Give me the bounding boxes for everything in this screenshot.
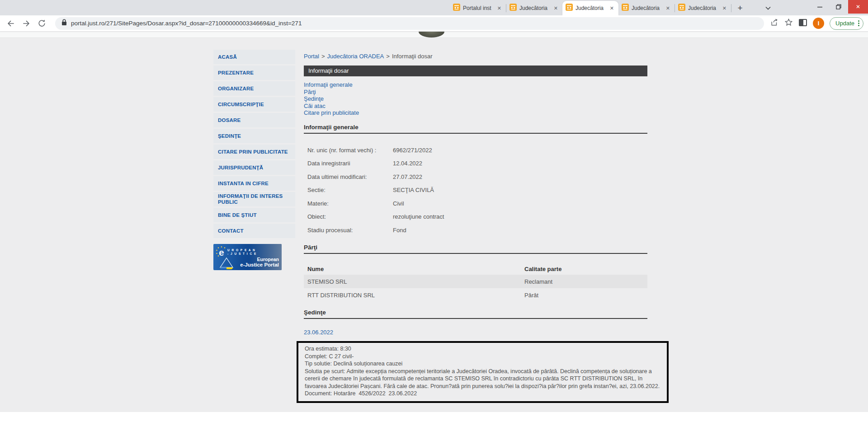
tab-close-icon[interactable]: ✕ — [552, 5, 559, 12]
field-row: Stadiu procesual:Fond — [304, 224, 647, 237]
sidebar-item-acasa[interactable]: ACASĂ — [213, 50, 295, 64]
sidebar-item-dosare[interactable]: DOSARE — [213, 113, 295, 127]
new-tab-button[interactable]: + — [734, 2, 746, 14]
tab-separator — [675, 4, 675, 12]
url-text: portal.just.ro/271/SitePages/Dosar.aspx?… — [71, 20, 302, 27]
sidebar-item-label: CONTACT — [218, 228, 244, 234]
tab-judecatoria-4[interactable]: Judecătoria ✕ — [675, 1, 731, 15]
tab-title: Judecătoria — [632, 5, 662, 11]
nav-link-parti[interactable]: Părţi — [304, 89, 647, 96]
field-value: Civil — [393, 200, 647, 207]
tab-search-chevron-icon[interactable] — [763, 3, 773, 13]
field-label: Obiect: — [304, 213, 393, 220]
back-icon[interactable] — [5, 17, 17, 30]
lock-icon[interactable] — [61, 19, 67, 28]
field-value: 6962/271/2022 — [393, 147, 647, 154]
column-header-nume: Nume — [304, 266, 521, 272]
sidebar-item-organizare[interactable]: ORGANIZARE — [213, 81, 295, 96]
general-info-fields: Nr. unic (nr. format vechi) :6962/271/20… — [304, 144, 647, 237]
banner-text-line: European — [240, 257, 279, 262]
sidebar-item-label: ACASĂ — [218, 54, 237, 60]
parties-heading: Părţi — [304, 244, 647, 254]
field-value: rezoluţiune contract — [393, 213, 647, 220]
tab-strip: Portalul inst ✕ Judecătoria ✕ Judecători… — [0, 0, 868, 15]
banner-logo-word: U R O P E A N — [227, 248, 257, 252]
nav-link-informatii-generale[interactable]: Informaţii generale — [304, 81, 647, 89]
party-name: STEMISO SRL — [304, 278, 521, 285]
nav-link-cai-atac[interactable]: Căi atac — [304, 103, 647, 110]
window-restore-button[interactable] — [829, 0, 848, 14]
tab-judecatoria-active[interactable]: Judecătoria ✕ — [562, 1, 618, 15]
section-nav: Informaţii generale Părţi Şedinţe Căi at… — [304, 81, 647, 117]
browser-toolbar: portal.just.ro/271/SitePages/Dosar.aspx?… — [0, 15, 868, 32]
nav-link-sedinte[interactable]: Şedinţe — [304, 95, 647, 103]
sidebar-item-informatii-interes-public[interactable]: INFORMAŢII DE INTERES PUBLIC — [213, 192, 295, 206]
main-content: Portal>Judecătoria ORADEA>Informaţii dos… — [304, 32, 647, 403]
reload-icon[interactable] — [35, 17, 48, 30]
sidebar-item-label: ORGANIZARE — [218, 86, 254, 92]
sidebar-item-citare[interactable]: CITARE PRIN PUBLICITATE — [213, 145, 295, 159]
sidebar-item-circumscriptie[interactable]: CIRCUMSCRIPŢIE — [213, 97, 295, 112]
table-header-row: Nume Calitate parte — [304, 263, 647, 275]
tab-close-icon[interactable]: ✕ — [609, 5, 615, 12]
sidebar-item-jurisprudenta[interactable]: JURISPRUDENŢĂ — [213, 160, 295, 175]
profile-avatar[interactable]: I — [813, 18, 824, 29]
table-row: RTT DISTRIBUTION SRL Pârât — [304, 288, 647, 302]
breadcrumb-separator: > — [321, 53, 325, 60]
browser-window: Portalul inst ✕ Judecătoria ✕ Judecători… — [0, 0, 868, 426]
field-row: Obiect:rezoluţiune contract — [304, 210, 647, 224]
tab-portal[interactable]: Portalul inst ✕ — [450, 1, 506, 15]
sidebar-item-sedinte[interactable]: ŞEDINŢE — [213, 129, 295, 143]
sidebar-item-label: PREZENTARE — [218, 70, 254, 76]
sidebar-item-label: CIRCUMSCRIPŢIE — [218, 102, 264, 108]
breadcrumb: Portal>Judecătoria ORADEA>Informaţii dos… — [304, 53, 647, 60]
side-panel-icon[interactable] — [798, 19, 807, 28]
tab-close-icon[interactable]: ✕ — [496, 5, 503, 12]
tab-close-icon[interactable]: ✕ — [721, 5, 728, 12]
sessions-heading: Şedinţe — [304, 309, 647, 319]
field-label: Data inregistrarii — [304, 160, 393, 167]
tab-title: Judecătoria — [688, 5, 718, 11]
field-row: Data ultimei modificari:27.07.2022 — [304, 170, 647, 184]
tab-close-icon[interactable]: ✕ — [665, 5, 671, 12]
portal-favicon — [509, 4, 517, 13]
webpage: ACASĂ PREZENTARE ORGANIZARE CIRCUMSCRIPŢ… — [0, 32, 868, 426]
field-value: 27.07.2022 — [393, 173, 647, 180]
forward-icon[interactable] — [20, 17, 33, 30]
e-justice-banner[interactable]: e U R O P E A N - J U S T I C E European… — [213, 244, 282, 270]
update-button[interactable]: Update — [830, 17, 863, 30]
sidebar-item-contact[interactable]: CONTACT — [213, 224, 295, 238]
field-label: Stadiu procesual: — [304, 227, 393, 234]
breadcrumb-court-link[interactable]: Judecătoria ORADEA — [327, 53, 384, 60]
field-value: 12.04.2022 — [393, 160, 647, 167]
nav-link-citare[interactable]: Citare prin publicitate — [304, 109, 647, 117]
share-icon[interactable] — [770, 18, 779, 28]
window-minimize-button[interactable] — [810, 0, 829, 14]
tab-judecatoria-3[interactable]: Judecătoria ✕ — [618, 1, 675, 15]
tab-separator — [731, 4, 731, 12]
breadcrumb-portal-link[interactable]: Portal — [304, 53, 319, 60]
field-row: Sectie:SECŢIA CIVILĂ — [304, 183, 647, 197]
session-detail-line: Complet: C 27 civil- — [305, 353, 661, 360]
sidebar-item-label: DOSARE — [218, 117, 241, 123]
party-role: Pârât — [521, 292, 647, 299]
bookmark-star-icon[interactable] — [784, 18, 793, 28]
party-name: RTT DISTRIBUTION SRL — [304, 292, 521, 299]
scales-icon — [217, 257, 236, 269]
field-label: Data ultimei modificari: — [304, 173, 393, 180]
breadcrumb-separator: > — [386, 53, 390, 60]
session-detail-line: Ora estimata: 8:30 — [305, 345, 661, 353]
session-details-box: Ora estimata: 8:30 Complet: C 27 civil- … — [297, 341, 669, 403]
session-date-link[interactable]: 23.06.2022 — [304, 329, 333, 336]
tab-judecatoria-1[interactable]: Judecătoria ✕ — [506, 1, 562, 15]
sidebar-item-bine-de-stiut[interactable]: BINE DE ŞTIUT — [213, 208, 295, 222]
field-row: Materie:Civil — [304, 197, 647, 211]
sidebar-item-instanta-in-cifre[interactable]: INSTANTA IN CIFRE — [213, 176, 295, 191]
window-close-button[interactable]: ✕ — [848, 0, 868, 14]
browser-menu-icon[interactable] — [858, 20, 859, 26]
sidebar-item-label: BINE DE ŞTIUT — [218, 212, 257, 218]
field-value: Fond — [393, 227, 647, 234]
column-header-calitate: Calitate parte — [521, 266, 647, 272]
sidebar-item-prezentare[interactable]: PREZENTARE — [213, 66, 295, 80]
url-bar[interactable]: portal.just.ro/271/SitePages/Dosar.aspx?… — [55, 17, 764, 30]
